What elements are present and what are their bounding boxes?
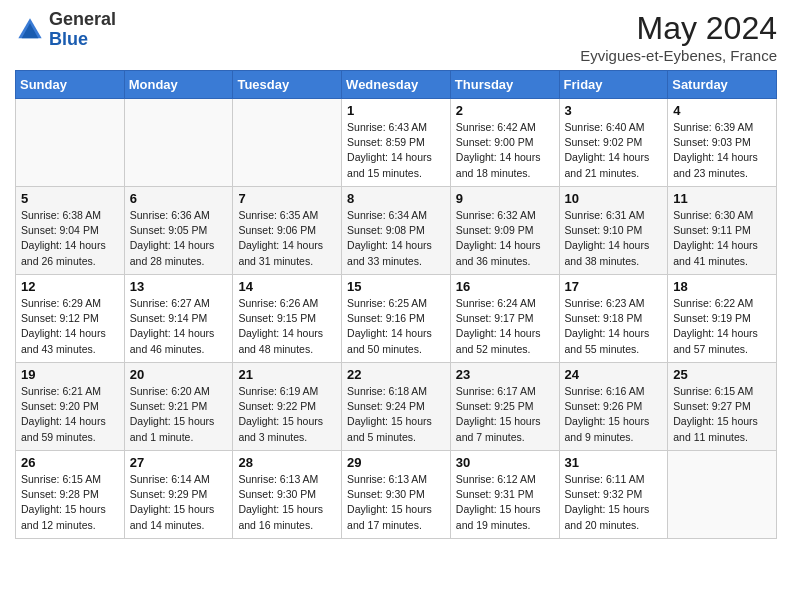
day-number: 8 (347, 191, 445, 206)
day-number: 25 (673, 367, 771, 382)
day-number: 10 (565, 191, 663, 206)
calendar-cell: 30Sunrise: 6:12 AM Sunset: 9:31 PM Dayli… (450, 451, 559, 539)
cell-text: Sunrise: 6:19 AM Sunset: 9:22 PM Dayligh… (238, 384, 336, 445)
cell-text: Sunrise: 6:23 AM Sunset: 9:18 PM Dayligh… (565, 296, 663, 357)
day-number: 7 (238, 191, 336, 206)
calendar-week-row: 26Sunrise: 6:15 AM Sunset: 9:28 PM Dayli… (16, 451, 777, 539)
cell-text: Sunrise: 6:34 AM Sunset: 9:08 PM Dayligh… (347, 208, 445, 269)
cell-text: Sunrise: 6:40 AM Sunset: 9:02 PM Dayligh… (565, 120, 663, 181)
cell-text: Sunrise: 6:20 AM Sunset: 9:21 PM Dayligh… (130, 384, 228, 445)
day-number: 23 (456, 367, 554, 382)
calendar-cell: 14Sunrise: 6:26 AM Sunset: 9:15 PM Dayli… (233, 275, 342, 363)
calendar-cell (16, 99, 125, 187)
day-of-week-header: Wednesday (342, 71, 451, 99)
calendar-cell: 20Sunrise: 6:20 AM Sunset: 9:21 PM Dayli… (124, 363, 233, 451)
calendar-cell (233, 99, 342, 187)
calendar-cell: 25Sunrise: 6:15 AM Sunset: 9:27 PM Dayli… (668, 363, 777, 451)
cell-text: Sunrise: 6:38 AM Sunset: 9:04 PM Dayligh… (21, 208, 119, 269)
day-number: 15 (347, 279, 445, 294)
cell-text: Sunrise: 6:16 AM Sunset: 9:26 PM Dayligh… (565, 384, 663, 445)
calendar-cell: 29Sunrise: 6:13 AM Sunset: 9:30 PM Dayli… (342, 451, 451, 539)
calendar-cell: 27Sunrise: 6:14 AM Sunset: 9:29 PM Dayli… (124, 451, 233, 539)
calendar-cell: 24Sunrise: 6:16 AM Sunset: 9:26 PM Dayli… (559, 363, 668, 451)
calendar-cell: 13Sunrise: 6:27 AM Sunset: 9:14 PM Dayli… (124, 275, 233, 363)
calendar-cell: 2Sunrise: 6:42 AM Sunset: 9:00 PM Daylig… (450, 99, 559, 187)
day-number: 16 (456, 279, 554, 294)
calendar-week-row: 5Sunrise: 6:38 AM Sunset: 9:04 PM Daylig… (16, 187, 777, 275)
logo-icon (15, 15, 45, 45)
cell-text: Sunrise: 6:21 AM Sunset: 9:20 PM Dayligh… (21, 384, 119, 445)
calendar-week-row: 12Sunrise: 6:29 AM Sunset: 9:12 PM Dayli… (16, 275, 777, 363)
cell-text: Sunrise: 6:36 AM Sunset: 9:05 PM Dayligh… (130, 208, 228, 269)
logo: General Blue (15, 10, 116, 50)
location: Eyvigues-et-Eybenes, France (580, 47, 777, 64)
calendar-cell: 15Sunrise: 6:25 AM Sunset: 9:16 PM Dayli… (342, 275, 451, 363)
calendar-cell: 3Sunrise: 6:40 AM Sunset: 9:02 PM Daylig… (559, 99, 668, 187)
cell-text: Sunrise: 6:15 AM Sunset: 9:27 PM Dayligh… (673, 384, 771, 445)
day-number: 6 (130, 191, 228, 206)
cell-text: Sunrise: 6:13 AM Sunset: 9:30 PM Dayligh… (238, 472, 336, 533)
calendar-cell: 4Sunrise: 6:39 AM Sunset: 9:03 PM Daylig… (668, 99, 777, 187)
day-of-week-header: Monday (124, 71, 233, 99)
day-of-week-header: Friday (559, 71, 668, 99)
cell-text: Sunrise: 6:12 AM Sunset: 9:31 PM Dayligh… (456, 472, 554, 533)
calendar-header-row: SundayMondayTuesdayWednesdayThursdayFrid… (16, 71, 777, 99)
logo-general: General (49, 9, 116, 29)
cell-text: Sunrise: 6:22 AM Sunset: 9:19 PM Dayligh… (673, 296, 771, 357)
day-of-week-header: Thursday (450, 71, 559, 99)
day-number: 19 (21, 367, 119, 382)
day-number: 31 (565, 455, 663, 470)
cell-text: Sunrise: 6:39 AM Sunset: 9:03 PM Dayligh… (673, 120, 771, 181)
day-number: 22 (347, 367, 445, 382)
calendar-cell: 5Sunrise: 6:38 AM Sunset: 9:04 PM Daylig… (16, 187, 125, 275)
cell-text: Sunrise: 6:31 AM Sunset: 9:10 PM Dayligh… (565, 208, 663, 269)
day-number: 26 (21, 455, 119, 470)
calendar-cell: 26Sunrise: 6:15 AM Sunset: 9:28 PM Dayli… (16, 451, 125, 539)
day-number: 13 (130, 279, 228, 294)
day-number: 27 (130, 455, 228, 470)
cell-text: Sunrise: 6:18 AM Sunset: 9:24 PM Dayligh… (347, 384, 445, 445)
calendar-cell: 17Sunrise: 6:23 AM Sunset: 9:18 PM Dayli… (559, 275, 668, 363)
calendar-cell: 21Sunrise: 6:19 AM Sunset: 9:22 PM Dayli… (233, 363, 342, 451)
calendar-cell: 31Sunrise: 6:11 AM Sunset: 9:32 PM Dayli… (559, 451, 668, 539)
day-number: 17 (565, 279, 663, 294)
cell-text: Sunrise: 6:43 AM Sunset: 8:59 PM Dayligh… (347, 120, 445, 181)
cell-text: Sunrise: 6:11 AM Sunset: 9:32 PM Dayligh… (565, 472, 663, 533)
day-number: 28 (238, 455, 336, 470)
calendar-cell: 9Sunrise: 6:32 AM Sunset: 9:09 PM Daylig… (450, 187, 559, 275)
calendar-cell: 6Sunrise: 6:36 AM Sunset: 9:05 PM Daylig… (124, 187, 233, 275)
calendar-cell: 28Sunrise: 6:13 AM Sunset: 9:30 PM Dayli… (233, 451, 342, 539)
title-block: May 2024 Eyvigues-et-Eybenes, France (580, 10, 777, 64)
cell-text: Sunrise: 6:17 AM Sunset: 9:25 PM Dayligh… (456, 384, 554, 445)
day-number: 5 (21, 191, 119, 206)
calendar-cell (668, 451, 777, 539)
calendar-cell: 12Sunrise: 6:29 AM Sunset: 9:12 PM Dayli… (16, 275, 125, 363)
month-year: May 2024 (580, 10, 777, 47)
day-of-week-header: Sunday (16, 71, 125, 99)
day-number: 29 (347, 455, 445, 470)
cell-text: Sunrise: 6:27 AM Sunset: 9:14 PM Dayligh… (130, 296, 228, 357)
cell-text: Sunrise: 6:25 AM Sunset: 9:16 PM Dayligh… (347, 296, 445, 357)
day-number: 24 (565, 367, 663, 382)
day-number: 12 (21, 279, 119, 294)
calendar-cell: 10Sunrise: 6:31 AM Sunset: 9:10 PM Dayli… (559, 187, 668, 275)
day-number: 11 (673, 191, 771, 206)
cell-text: Sunrise: 6:29 AM Sunset: 9:12 PM Dayligh… (21, 296, 119, 357)
day-of-week-header: Tuesday (233, 71, 342, 99)
calendar-week-row: 19Sunrise: 6:21 AM Sunset: 9:20 PM Dayli… (16, 363, 777, 451)
day-number: 3 (565, 103, 663, 118)
day-number: 1 (347, 103, 445, 118)
calendar-week-row: 1Sunrise: 6:43 AM Sunset: 8:59 PM Daylig… (16, 99, 777, 187)
logo-blue: Blue (49, 29, 88, 49)
calendar-cell: 23Sunrise: 6:17 AM Sunset: 9:25 PM Dayli… (450, 363, 559, 451)
calendar-cell: 8Sunrise: 6:34 AM Sunset: 9:08 PM Daylig… (342, 187, 451, 275)
cell-text: Sunrise: 6:15 AM Sunset: 9:28 PM Dayligh… (21, 472, 119, 533)
calendar-cell: 16Sunrise: 6:24 AM Sunset: 9:17 PM Dayli… (450, 275, 559, 363)
cell-text: Sunrise: 6:24 AM Sunset: 9:17 PM Dayligh… (456, 296, 554, 357)
day-number: 14 (238, 279, 336, 294)
cell-text: Sunrise: 6:14 AM Sunset: 9:29 PM Dayligh… (130, 472, 228, 533)
day-number: 30 (456, 455, 554, 470)
cell-text: Sunrise: 6:42 AM Sunset: 9:00 PM Dayligh… (456, 120, 554, 181)
cell-text: Sunrise: 6:35 AM Sunset: 9:06 PM Dayligh… (238, 208, 336, 269)
calendar-cell: 7Sunrise: 6:35 AM Sunset: 9:06 PM Daylig… (233, 187, 342, 275)
